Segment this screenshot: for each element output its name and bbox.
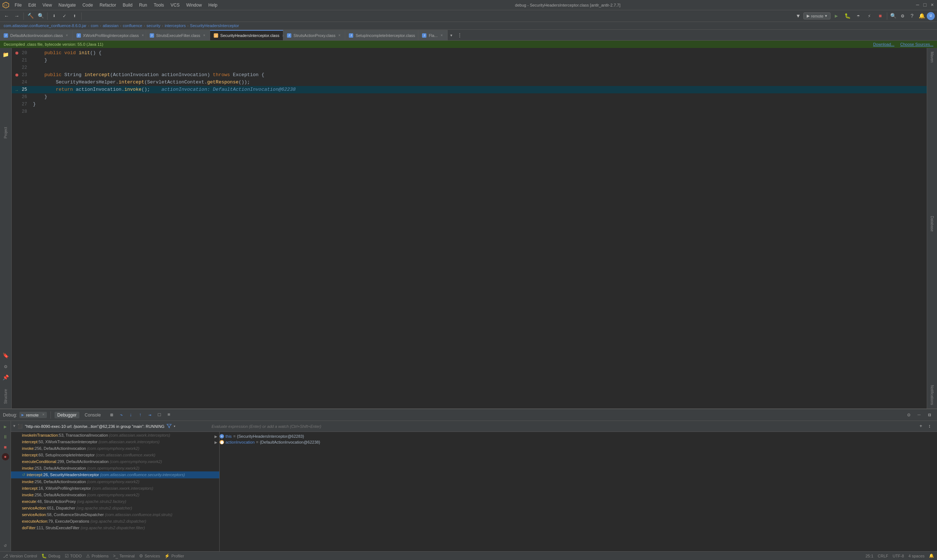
breakpoint-28[interactable] <box>15 110 18 113</box>
debug-mute-btn[interactable]: ● <box>2 453 9 460</box>
notifications-label[interactable]: Notifications <box>929 383 935 407</box>
sidebar-pin-btn[interactable]: 📌 <box>1 372 11 383</box>
sidebar-project-label[interactable]: Project <box>4 124 8 141</box>
debug-watches[interactable]: ≡ <box>164 411 173 420</box>
tab-close-0[interactable]: × <box>65 33 69 38</box>
debug-remote-close[interactable]: × <box>43 413 45 417</box>
settings-btn[interactable]: ⚙ <box>898 12 907 20</box>
add-watch-btn[interactable]: + <box>917 422 925 431</box>
debug-rerun-btn[interactable]: ↺ <box>1 541 10 550</box>
menu-code[interactable]: Code <box>79 2 96 8</box>
tab-strutsactionproxy[interactable]: J StrutsActionProxy.class × <box>283 30 346 40</box>
profile-btn[interactable]: ⚡ <box>864 12 874 20</box>
status-notifications-btn[interactable]: 🔔 <box>929 554 934 558</box>
debug-evaluate[interactable]: □ <box>155 411 164 420</box>
debug-run-to-cursor[interactable]: ⇥ <box>145 411 154 420</box>
evaluate-expression-input[interactable] <box>212 424 917 429</box>
debug-step-out[interactable]: ↑ <box>136 411 145 420</box>
debug-resume-btn[interactable]: ▶ <box>1 422 10 431</box>
breakpoint-27[interactable] <box>15 103 18 106</box>
forward-btn[interactable]: → <box>12 12 21 20</box>
callstack-item-1[interactable]: intercept:50, XWorkTransactionIntercepto… <box>11 438 219 445</box>
run-btn[interactable]: ▶ <box>831 12 842 20</box>
run-config-btn[interactable]: ▼ <box>794 12 803 20</box>
thread-filter-dropdown[interactable]: ▾ <box>173 424 176 429</box>
search-everywhere-btn[interactable]: 🔍 <box>36 12 45 20</box>
callstack-item-8[interactable]: intercept:16, XWorkProfilingInterceptor … <box>11 485 219 492</box>
tabs-overflow-btn[interactable]: ▾ <box>448 30 455 40</box>
debug-stop-btn[interactable]: ■ <box>1 443 10 452</box>
var-actioninvocation[interactable]: ▶ ⬤ actionInvocation = {DefaultActionInv… <box>209 439 937 445</box>
breakpoint-23[interactable] <box>15 74 18 77</box>
tabs-menu-btn[interactable]: ⋮ <box>455 30 465 40</box>
breadcrumb-confluence[interactable]: confluence <box>123 23 142 28</box>
breadcrumb-com[interactable]: com <box>91 23 98 28</box>
status-encoding[interactable]: UTF-8 <box>893 554 904 558</box>
debug-tab-console[interactable]: Console <box>82 412 103 418</box>
vcs-push-btn[interactable]: ⬆ <box>70 12 79 20</box>
tab-xworkprofiling[interactable]: J XWorkProfilingInterceptor.class × <box>73 30 146 40</box>
close-btn[interactable]: × <box>930 3 935 8</box>
debug-tab-debugger[interactable]: Debugger <box>55 412 80 418</box>
menu-tools[interactable]: Tools <box>151 2 167 8</box>
code-editor[interactable]: 20 public void init() { 21 } 22 <box>12 48 927 408</box>
database-label[interactable]: Database <box>929 214 935 234</box>
callstack-item-3[interactable]: intercept:60, SetupIncompleteInterceptor… <box>11 452 219 458</box>
tab-fla[interactable]: J Fla... × <box>418 30 447 40</box>
menu-refactor[interactable]: Refactor <box>97 2 119 8</box>
callstack-item-2[interactable]: invoke:256, DefaultActionInvocation (com… <box>11 445 219 452</box>
vcs-commit-btn[interactable]: ✓ <box>60 12 69 20</box>
tab-setupincomplete[interactable]: J SetupIncompleteInterceptor.class × <box>345 30 418 40</box>
callstack-item-11[interactable]: serviceAction:651, Dispatcher (org.apach… <box>11 505 219 511</box>
callstack-item-10[interactable]: execute:48, StrutsActionProxy (org.apach… <box>11 498 219 505</box>
search-btn[interactable]: 🔍 <box>889 12 897 20</box>
menu-vcs[interactable]: VCS <box>168 2 183 8</box>
debug-remote-tab[interactable]: ▶ remote × <box>19 412 47 418</box>
choose-sources-link[interactable]: Choose Sources... <box>900 42 934 46</box>
status-indent[interactable]: 4 spaces <box>908 554 925 558</box>
menu-edit[interactable]: Edit <box>25 2 39 8</box>
breakpoint-24[interactable] <box>15 81 18 84</box>
status-terminal[interactable]: >_ Terminal <box>113 554 135 558</box>
breakpoint-21[interactable] <box>15 59 18 62</box>
help-btn[interactable]: ? <box>908 12 917 20</box>
tab-close-6[interactable]: × <box>440 33 444 38</box>
sidebar-project-btn[interactable]: 📁 <box>1 49 11 60</box>
tab-securityheaders[interactable]: J SecurityHeadersInterceptor.class × <box>210 30 283 40</box>
status-services[interactable]: ⚙ Services <box>139 554 160 558</box>
status-problems[interactable]: ⚠ Problems <box>86 554 108 558</box>
callstack-item-9[interactable]: invoke:256, DefaultActionInvocation (com… <box>11 492 219 498</box>
sidebar-structure-label[interactable]: Structure <box>4 386 8 407</box>
breadcrumb-jar[interactable]: com.atlassian.confluence_confluence-8.6.… <box>4 23 86 28</box>
maximize-btn[interactable]: □ <box>922 3 928 8</box>
debug-btn[interactable]: 🐛 <box>842 12 852 20</box>
var-this[interactable]: ▶ ≡ this = {SecurityHeadersInterceptor@6… <box>209 433 937 439</box>
breakpoint-20[interactable] <box>15 52 18 55</box>
debug-frames-btn[interactable]: ⊞ <box>107 411 116 420</box>
status-profiler[interactable]: ⚡ Profiler <box>164 554 184 558</box>
breadcrumb-security[interactable]: security <box>146 23 160 28</box>
debug-step-into[interactable]: ↓ <box>126 411 135 420</box>
callstack-item-5[interactable]: invoke:253, DefaultActionInvocation (com… <box>11 465 219 471</box>
status-position[interactable]: 25:1 <box>866 554 873 558</box>
coverage-btn[interactable]: ☂ <box>853 12 863 20</box>
menu-build[interactable]: Build <box>120 2 135 8</box>
debug-minimize-btn[interactable]: ─ <box>915 411 923 419</box>
menu-run[interactable]: Run <box>136 2 150 8</box>
vcs-update-btn[interactable]: ⬇ <box>50 12 58 20</box>
remote-config[interactable]: ▶ remote ▾ <box>803 12 831 19</box>
status-debug[interactable]: 🐛 Debug <box>42 554 60 558</box>
menu-file[interactable]: File <box>12 2 25 8</box>
build-btn[interactable]: 🔨 <box>26 12 35 20</box>
maven-label[interactable]: Maven <box>929 49 935 65</box>
expand-all-btn[interactable]: ↕ <box>925 422 934 431</box>
menu-navigate[interactable]: Navigate <box>55 2 79 8</box>
avatar-btn[interactable]: U <box>927 12 935 20</box>
tab-strutsexecute[interactable]: J StrutsExecuteFilter.class × <box>146 30 210 40</box>
debug-layout-btn[interactable]: ⊟ <box>925 411 934 420</box>
sidebar-bookmarks-btn[interactable]: 🔖 <box>1 350 11 360</box>
status-vcs[interactable]: ⎇ Version Control <box>3 554 37 558</box>
notifications-btn[interactable]: 🔔 <box>917 12 926 20</box>
breakpoint-26[interactable] <box>15 95 18 98</box>
breakpoint-25[interactable]: → <box>15 88 18 91</box>
